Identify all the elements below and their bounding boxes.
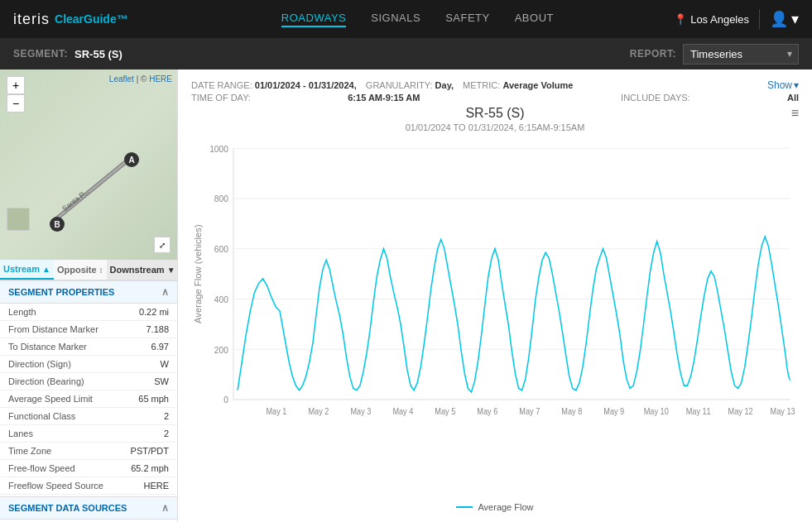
prop-timezone: Time Zone PST/PDT [0,443,177,460]
svg-text:Average Flow (vehicles): Average Flow (vehicles) [194,224,203,323]
main-chart-svg: 0 200 400 600 800 1000 Average Flow (veh… [191,139,799,437]
prop-to-marker: To Distance Marker 6.97 [0,338,177,356]
logo: iteris ClearGuide™ [13,11,128,28]
segment-properties-title: SEGMENT PROPERTIES [8,287,114,297]
map-zoom-in[interactable]: + [7,76,25,94]
prop-direction-bearing: Direction (Bearing) SW [0,373,177,390]
report-label: REPORT: [630,48,676,60]
map-thumbnail [7,208,30,231]
main-content: Santa P... + − A B Leafl [0,69,812,522]
prop-freeflow-source: Freeflow Speed Source HERE [0,477,177,495]
location-text: Los Angeles [690,13,749,26]
svg-text:May 13: May 13 [771,407,795,417]
map-attribution: Leaflet | © HERE [109,74,172,84]
map-zoom[interactable]: + − [7,76,25,113]
chart-subtitle: 01/01/2024 TO 01/31/2024, 6:15AM-9:15AM [191,122,799,132]
report-select-wrapper[interactable]: Timeseries [683,44,799,65]
map-road-svg: Santa P... [0,69,177,260]
nav-right: 📍 Los Angeles 👤 ▾ [674,9,799,29]
data-sources-chevron[interactable]: ∧ [161,502,169,514]
chart-header-row1: DATE RANGE: 01/01/2024 - 01/31/2024, GRA… [191,79,799,91]
upstream-arrow-icon: ▲ [42,265,50,274]
segment-section: SEGMENT PROPERTIES ∧ Length 0.22 mi From… [0,280,177,522]
prop-functional-class: Functional Class 2 [0,408,177,425]
stream-tabs: Ustream ▲ Opposite ↕ Downstream ▼ [0,260,177,280]
segment-value: SR-55 (S) [74,48,630,60]
tab-downstream[interactable]: Downstream ▼ [107,260,178,280]
right-panel: DATE RANGE: 01/01/2024 - 01/31/2024, GRA… [178,69,812,522]
svg-text:May 1: May 1 [266,407,286,417]
chart-title-area: SR-55 (S) 01/01/2024 TO 01/31/2024, 6:15… [191,106,799,139]
svg-text:600: 600 [214,244,228,255]
map-background: Santa P... + − A B Leafl [0,69,177,260]
svg-rect-3 [233,148,790,400]
svg-text:May 11: May 11 [686,407,711,417]
show-link[interactable]: Show ▾ [767,79,799,91]
svg-text:400: 400 [214,295,228,305]
segment-properties-header: SEGMENT PROPERTIES ∧ [0,280,177,304]
location-pin-icon: 📍 [674,13,687,26]
svg-text:May 2: May 2 [308,407,329,417]
segment-properties-chevron[interactable]: ∧ [161,286,169,298]
prop-freeflow-speed: Free-flow Speed 65.2 mph [0,460,177,477]
segment-label: SEGMENT: [13,48,68,60]
legend-line-icon [456,506,473,508]
legend-label: Average Flow [478,502,533,512]
nav-location: 📍 Los Angeles [674,13,749,26]
prop-length: Length 0.22 mi [0,304,177,321]
prop-speed-limit: Average Speed Limit 65 mph [0,390,177,408]
chart-header-left: DATE RANGE: 01/01/2024 - 01/31/2024, GRA… [191,80,573,90]
chart-svg-wrapper: 0 200 400 600 800 1000 Average Flow (veh… [191,139,799,499]
map-marker-a: A [124,152,139,167]
nav-divider [759,9,760,29]
chart-header-row2: TIME OF DAY: 6:15 AM-9:15 AM INCLUDE DAY… [191,93,799,103]
map-zoom-out[interactable]: − [7,94,25,113]
svg-text:May 12: May 12 [728,407,753,417]
prop-lanes: Lanes 2 [0,425,177,443]
nav-roadways[interactable]: ROADWAYS [281,12,346,27]
prop-from-marker: From Distance Marker 7.188 [0,321,177,338]
svg-text:200: 200 [214,344,228,355]
user-icon: 👤 [770,10,788,28]
nav-about[interactable]: ABOUT [515,12,554,27]
map-container: Santa P... + − A B Leafl [0,69,177,260]
data-sources-title: SEGMENT DATA SOURCES [8,503,127,513]
top-nav: iteris ClearGuide™ ROADWAYS SIGNALS SAFE… [0,0,812,38]
svg-text:May 5: May 5 [435,407,455,417]
map-expand-button[interactable]: ⤢ [154,237,171,253]
svg-text:May 6: May 6 [477,407,497,417]
report-select[interactable]: Timeseries [683,44,799,65]
map-marker-b: B [50,217,65,232]
here-link[interactable]: HERE [149,74,172,84]
segment-properties-list: Length 0.22 mi From Distance Marker 7.18… [0,304,177,495]
svg-text:May 9: May 9 [603,407,624,417]
user-chevron-icon: ▾ [791,10,799,28]
chart-legend: Average Flow [191,502,799,512]
nav-signals[interactable]: SIGNALS [371,12,420,27]
svg-text:May 8: May 8 [561,407,582,417]
clearguide-logo-text: ClearGuide™ [55,12,128,26]
segment-bar: SEGMENT: SR-55 (S) REPORT: Timeseries [0,38,812,69]
svg-text:May 3: May 3 [350,407,371,417]
svg-text:May 7: May 7 [519,407,540,417]
chevron-down-icon: ▾ [794,79,799,91]
nav-user[interactable]: 👤 ▾ [770,10,799,28]
opposite-arrow-icon: ↕ [99,266,103,275]
prop-direction-sign: Direction (Sign) W [0,356,177,373]
svg-text:0: 0 [223,395,228,405]
svg-text:May 10: May 10 [644,407,669,417]
left-panel: Santa P... + − A B Leafl [0,69,178,522]
svg-text:800: 800 [214,194,228,204]
data-sources-header: SEGMENT DATA SOURCES ∧ [0,496,177,520]
svg-text:May 4: May 4 [392,407,414,417]
tab-opposite[interactable]: Opposite ↕ [54,260,107,280]
chart-menu-icon[interactable]: ≡ [791,106,799,121]
svg-text:1000: 1000 [209,143,228,154]
svg-text:Santa P...: Santa P... [60,187,90,213]
nav-safety[interactable]: SAFETY [445,12,490,27]
chart-title: SR-55 (S) [191,106,799,121]
leaflet-link[interactable]: Leaflet [109,74,134,84]
nav-links: ROADWAYS SIGNALS SAFETY ABOUT [161,12,674,27]
tab-upstream[interactable]: Ustream ▲ [0,260,54,280]
iteris-logo-text: iteris [13,11,50,28]
